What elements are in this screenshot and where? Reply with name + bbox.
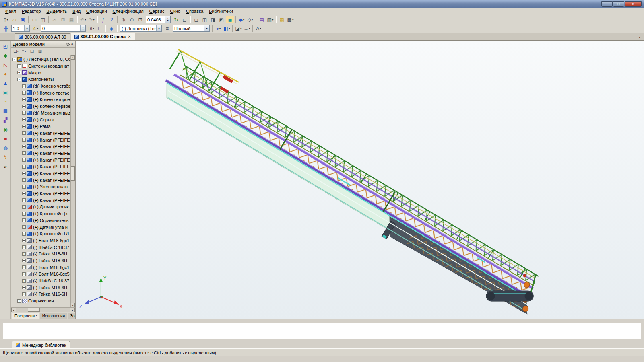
tree-horizontal-scrollbar[interactable] — [11, 307, 75, 312]
scroll-left-icon[interactable] — [11, 308, 16, 312]
separator[interactable] — [117, 16, 118, 23]
panel-aux-geometry-button[interactable] — [1, 60, 10, 69]
document-tab[interactable]: 306.00.00.000 АЛ 30 — [15, 33, 70, 40]
tree-expand-toggle[interactable]: + — [22, 239, 26, 242]
context-help-button[interactable] — [107, 16, 116, 23]
tree-expand-toggle[interactable]: + — [22, 165, 26, 169]
tree-expand-toggle[interactable]: + — [22, 138, 26, 142]
tree-expand-toggle[interactable]: + — [22, 84, 26, 88]
viewport-3d[interactable]: Y X Z — [75, 41, 644, 319]
tree-expand-toggle[interactable]: + — [22, 245, 26, 249]
tree-additional-button[interactable] — [36, 48, 44, 55]
tree-expand-toggle[interactable]: + — [22, 225, 26, 229]
zoom-scale-combo[interactable]: 0.0408 — [146, 16, 171, 23]
panel-surfaces-button[interactable] — [1, 88, 10, 97]
scroll-down-icon[interactable] — [71, 303, 75, 307]
menu-item[interactable]: Библиотеки — [206, 8, 236, 14]
panel-operations-button[interactable] — [1, 70, 10, 78]
undo-button[interactable] — [79, 16, 87, 23]
separator[interactable] — [77, 16, 78, 23]
tree-structure-button[interactable] — [12, 48, 20, 55]
tree-item[interactable]: + (ф) Механизм выдв — [11, 110, 70, 117]
tree-expand-toggle[interactable]: + — [22, 158, 26, 162]
background-options-button[interactable] — [223, 25, 231, 32]
tree-expand-toggle[interactable]: + — [22, 198, 26, 202]
panel-diagnostics-button[interactable] — [1, 153, 10, 161]
tree-expand-toggle[interactable]: + — [22, 252, 26, 256]
panel-elements-button[interactable] — [1, 134, 10, 143]
tree-item[interactable]: + (+) Канат (PFEIFER — [11, 136, 70, 143]
tree-item[interactable]: + (+) Колено первое — [11, 103, 70, 110]
spinner-icon[interactable] — [80, 25, 85, 31]
menu-item[interactable]: Окно — [167, 8, 184, 14]
separator[interactable] — [105, 25, 106, 32]
separator[interactable] — [28, 16, 29, 23]
tree-item[interactable]: + (+) Канат (PFEIFER — [11, 190, 70, 197]
section-display-button[interactable] — [234, 25, 243, 32]
separator[interactable] — [48, 16, 49, 23]
tree-expand-toggle[interactable]: + — [22, 205, 26, 209]
tree-expand-toggle[interactable]: + — [17, 64, 21, 68]
window-settings-button[interactable] — [286, 16, 295, 23]
print-button[interactable] — [30, 16, 39, 23]
panel-arrays-button[interactable] — [1, 79, 10, 87]
tree-expand-toggle[interactable]: + — [22, 279, 26, 283]
tree-expand-toggle[interactable]: + — [22, 272, 26, 276]
tree-item[interactable]: + Сопряжения — [11, 298, 70, 304]
orientation-filter-button[interactable] — [237, 16, 246, 23]
tree-item[interactable]: + (-) Гайка М16-6Н — [11, 291, 70, 298]
tree-expand-toggle[interactable]: + — [22, 125, 26, 128]
panel-editing-button[interactable] — [1, 42, 10, 50]
library-manager-tab[interactable]: Менеджер библиотек — [12, 341, 70, 348]
mass-properties-button[interactable] — [107, 25, 116, 32]
tree-expand-toggle[interactable]: + — [22, 192, 26, 195]
chevron-down-icon[interactable] — [204, 25, 209, 31]
snaps-button[interactable] — [31, 25, 39, 32]
maximize-button[interactable]: □ — [613, 1, 624, 7]
tree-item[interactable]: + (ф) Колено четвёрт — [11, 83, 70, 90]
tree-expand-toggle[interactable]: - — [17, 78, 21, 81]
tree-item[interactable]: + (+) Узел перекатк — [11, 183, 70, 190]
tree-item[interactable]: - (-) Лестница (Тел-0, Сбор — [11, 56, 70, 63]
minimize-button[interactable]: – — [601, 1, 613, 7]
tree-vertical-scrollbar[interactable] — [70, 55, 75, 307]
spinner-icon[interactable] — [165, 16, 170, 23]
tree-expand-toggle[interactable]: + — [17, 299, 21, 303]
new-document-button[interactable] — [2, 16, 10, 23]
show-all-button[interactable] — [180, 16, 189, 23]
tree-item[interactable]: + (+) Канат (PFEIFER — [11, 170, 70, 177]
tree-footer-tab[interactable]: Исполнения — [40, 313, 67, 319]
tree-expand-toggle[interactable]: + — [22, 259, 26, 262]
specification-button[interactable] — [258, 16, 266, 23]
separator[interactable] — [212, 25, 213, 32]
view-orientation-button[interactable] — [243, 25, 251, 32]
panel-specification-button[interactable] — [1, 116, 10, 124]
tree-item[interactable]: + (+) Канат (PFEIFER — [11, 143, 70, 150]
tree-footer-tab[interactable]: Построение — [12, 313, 39, 319]
current-part-combo[interactable]: (-) Лестница (Тел-0, — [120, 25, 162, 32]
tree-item[interactable]: + (+) Канат (PFEIFER — [11, 130, 70, 137]
zoom-in-button[interactable] — [119, 16, 128, 23]
tree-expand-toggle[interactable]: + — [22, 172, 26, 175]
tree-item[interactable]: + (+) Кронштейн ГЛ — [11, 230, 70, 237]
copy-button[interactable] — [59, 16, 67, 23]
tree-item[interactable]: + Макро — [11, 69, 70, 76]
separator[interactable] — [190, 16, 191, 23]
tree-expand-toggle[interactable]: - — [12, 58, 16, 61]
menu-item[interactable]: Выделить — [43, 8, 70, 14]
tree-item[interactable]: + (+) Рама — [11, 123, 70, 130]
panel-reports-button[interactable] — [1, 125, 10, 134]
close-button[interactable]: × — [625, 1, 642, 7]
print-preview-button[interactable] — [39, 16, 47, 23]
tree-expand-toggle[interactable]: + — [22, 212, 26, 216]
boom-3d-model[interactable] — [149, 47, 553, 319]
chevron-down-icon[interactable] — [24, 25, 29, 31]
tree-item[interactable]: + (+) Датчик тросик — [11, 204, 70, 210]
tree-expand-toggle[interactable]: + — [22, 292, 26, 296]
separator[interactable] — [276, 16, 277, 23]
cursor-step-combo[interactable]: 1.0 — [11, 25, 30, 32]
tree-composition-button[interactable] — [20, 48, 28, 55]
paste-button[interactable] — [67, 16, 76, 23]
redo-button[interactable] — [87, 16, 96, 23]
scrollbar-thumb[interactable] — [71, 166, 75, 181]
